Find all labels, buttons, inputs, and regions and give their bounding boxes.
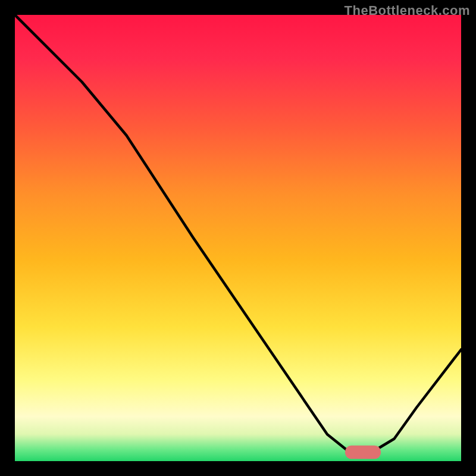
sweetspot-marker (15, 15, 461, 461)
chart-frame: TheBottleneck.com (0, 0, 476, 476)
svg-rect-0 (345, 446, 381, 459)
watermark-text: TheBottleneck.com (345, 3, 470, 18)
plot-area (15, 15, 461, 461)
